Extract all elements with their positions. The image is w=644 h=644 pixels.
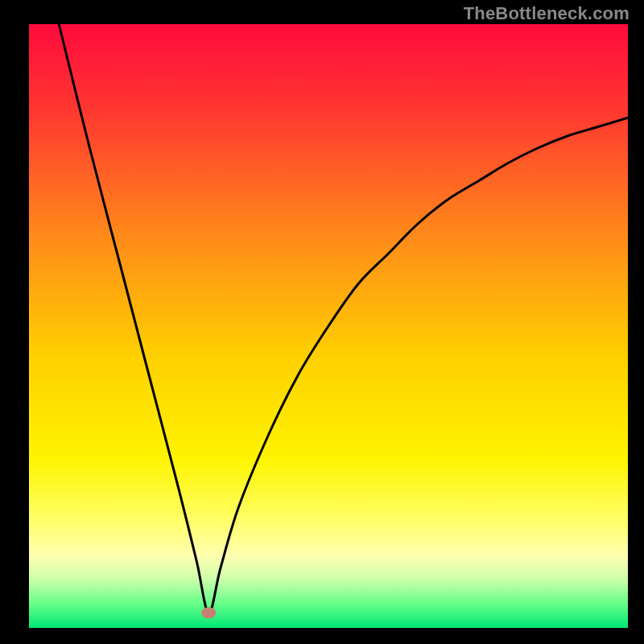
- minimum-marker: [201, 607, 216, 618]
- bottleneck-chart: [0, 0, 644, 644]
- watermark-text: TheBottleneck.com: [464, 3, 630, 24]
- chart-frame: { "watermark": "TheBottleneck.com", "cha…: [0, 0, 644, 644]
